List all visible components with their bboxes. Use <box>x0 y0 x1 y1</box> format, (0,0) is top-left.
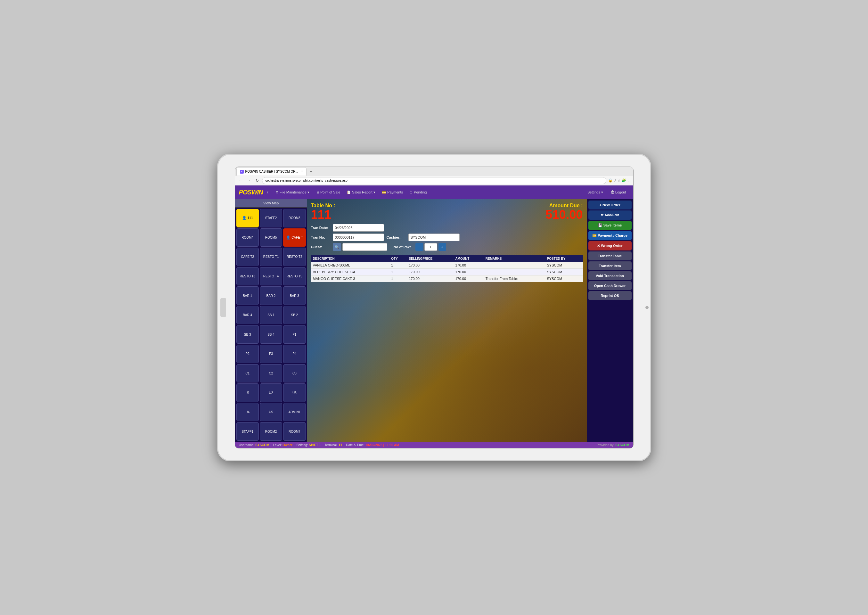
table-button[interactable]: SB 3 <box>236 325 259 344</box>
table-row[interactable]: VANILLA OREO-300ML1170.00170.00SYSCOM <box>311 262 583 269</box>
table-button[interactable]: ROOM5 <box>260 228 282 247</box>
table-row[interactable]: BLUEBERRY CHEESE CA1170.00170.00SYSCOM <box>311 269 583 275</box>
nav-payments[interactable]: 💳 Payments <box>379 189 406 196</box>
open-cash-drawer-button[interactable]: Open Cash Drawer <box>589 281 632 290</box>
browser-tab-active[interactable]: P POSWIN CASHIER | SYSCOM OR... × <box>236 167 306 176</box>
table-button[interactable]: C1 <box>236 364 259 383</box>
table-button[interactable]: ROOM7 <box>283 422 306 441</box>
table-button[interactable]: BAR 1 <box>236 286 259 305</box>
bookmark-icon[interactable]: ☆ <box>618 178 621 183</box>
shifting-label: Shifting: SHIFT 1 <box>296 443 321 447</box>
table-button[interactable]: U3 <box>283 383 306 402</box>
tran-date-input[interactable] <box>333 224 384 232</box>
pax-plus-button[interactable]: + <box>439 243 446 251</box>
column-header: SELLINGPRICE <box>407 255 453 262</box>
pax-value: 1 <box>425 243 437 251</box>
app-content: POSWIN ‹ ⚙ File Maintenance ▾ 🖥 Point of… <box>235 186 633 448</box>
terminal-label: Terminal: T1 <box>325 443 342 447</box>
table-button[interactable]: P2 <box>236 345 259 363</box>
nav-file-maintenance[interactable]: ⚙ File Maintenance ▾ <box>272 189 312 196</box>
order-table: DESCRIPTIONQTYSELLINGPRICEAMOUNTREMARKSP… <box>311 255 583 282</box>
table-button[interactable]: ROOM2 <box>260 422 282 441</box>
table-button[interactable]: BAR 2 <box>260 286 282 305</box>
menu-icon[interactable]: ⋮ <box>627 178 631 183</box>
guest-search-button[interactable]: 🔍 <box>333 243 341 251</box>
guest-row: Guest: 🔍 No of Pax: − 1 + <box>311 243 583 251</box>
address-bar[interactable] <box>262 177 606 184</box>
add-edit-button[interactable]: ✏ Add/Edit <box>589 211 632 220</box>
transfer-table-button[interactable]: Transfer Table <box>589 251 632 261</box>
extension-icon[interactable]: 🧩 <box>622 178 626 183</box>
cashier-input[interactable] <box>408 234 460 241</box>
table-button[interactable]: U4 <box>236 403 259 421</box>
left-sidebar: View Map 👤111STAFF2ROOM3ROOM4ROOM5👤CAFE … <box>235 199 307 442</box>
table-button[interactable]: ADMIN1 <box>283 403 306 421</box>
nav-sales-report[interactable]: 📋 Sales Report ▾ <box>343 189 379 196</box>
forward-button[interactable]: → <box>246 178 252 184</box>
table-button[interactable]: RESTO T1 <box>260 248 282 266</box>
tablet-home-button[interactable] <box>645 306 649 309</box>
tab-title: POSWIN CASHIER | SYSCOM OR... <box>245 170 298 173</box>
new-tab-button[interactable]: + <box>308 169 314 174</box>
table-button[interactable]: SB 4 <box>260 325 282 344</box>
table-button[interactable]: U2 <box>260 383 282 402</box>
table-button[interactable]: RESTO T4 <box>260 267 282 286</box>
payment-charge-button[interactable]: 💳 Payment / Charge <box>589 231 632 240</box>
reprint-os-button[interactable]: Reprint OS <box>589 291 632 300</box>
table-button[interactable]: RESTO T5 <box>283 267 306 286</box>
table-grid: 👤111STAFF2ROOM3ROOM4ROOM5👤CAFE TCAFE T2R… <box>235 208 307 442</box>
top-nav: POSWIN ‹ ⚙ File Maintenance ▾ 🖥 Point of… <box>235 186 633 199</box>
table-button[interactable]: CAFE T2 <box>236 248 259 266</box>
nav-settings[interactable]: Settings ▾ <box>584 189 606 196</box>
table-button[interactable]: U1 <box>236 383 259 402</box>
table-button[interactable]: SB 2 <box>283 306 306 325</box>
table-button[interactable]: SB 1 <box>260 306 282 325</box>
transfer-item-button[interactable]: Transfer Item <box>589 261 632 270</box>
tran-no-input[interactable] <box>333 234 384 241</box>
table-button[interactable]: ROOM3 <box>283 209 306 228</box>
pax-minus-button[interactable]: − <box>415 243 423 251</box>
poswin-logo: POSWIN <box>239 189 263 196</box>
nav-point-of-sale[interactable]: 🖥 Point of Sale <box>312 189 343 195</box>
refresh-button[interactable]: ↻ <box>254 178 260 184</box>
table-button[interactable]: 👤111 <box>236 209 259 228</box>
cashier-label: Cashier: <box>387 236 406 239</box>
new-order-button[interactable]: + New Order <box>589 200 632 209</box>
tran-no-row: Tran No: Cashier: <box>311 234 583 241</box>
tab-favicon: P <box>240 170 244 173</box>
table-row[interactable]: MANGO CHEESE CAKE 31170.00170.00Transfer… <box>311 275 583 282</box>
table-button[interactable]: RESTO T2 <box>283 248 306 266</box>
status-left: Username: SYSCOM Level: Owner Shifting: … <box>239 443 399 447</box>
table-button[interactable]: U5 <box>260 403 282 421</box>
table-button[interactable]: ROOM4 <box>236 228 259 247</box>
datetime-label: Date & Time : 06/02/2023 | 11:35 AM <box>346 443 399 447</box>
table-button[interactable]: BAR 4 <box>236 306 259 325</box>
table-button[interactable]: C2 <box>260 364 282 383</box>
syscom-logo: SYSCOM <box>615 443 629 447</box>
pos-panel: Table No : 111 Amount Due : 510.00 Tran … <box>307 199 587 442</box>
void-transaction-button[interactable]: Void Transaction <box>589 271 632 280</box>
table-button[interactable]: STAFF2 <box>260 209 282 228</box>
tablet-volume-button[interactable] <box>220 298 226 317</box>
table-button[interactable]: STAFF1 <box>236 422 259 441</box>
provided-by: Provided by: SYSCOM <box>597 443 629 447</box>
nav-logout[interactable]: ⏻ Logout <box>607 189 629 196</box>
username-value: SYSCOM <box>255 443 269 447</box>
wrong-order-button[interactable]: ✖ Wrong Order <box>589 241 632 250</box>
nav-pending[interactable]: ⏱ Pending <box>406 189 430 195</box>
table-button[interactable]: P4 <box>283 345 306 363</box>
column-header: POSTED BY <box>545 255 583 262</box>
table-button[interactable]: RESTO T3 <box>236 267 259 286</box>
nav-toggle[interactable]: ‹ <box>267 189 269 195</box>
share-icon[interactable]: ↗ <box>614 178 617 183</box>
table-button[interactable]: P3 <box>260 345 282 363</box>
back-button[interactable]: ← <box>238 178 244 184</box>
table-button[interactable]: P1 <box>283 325 306 344</box>
guest-input[interactable] <box>342 243 387 251</box>
save-items-button[interactable]: 💾 Save Items <box>589 221 632 230</box>
tab-close-button[interactable]: × <box>301 170 303 173</box>
table-button[interactable]: 👤CAFE T <box>283 228 306 247</box>
table-button[interactable]: C3 <box>283 364 306 383</box>
view-map-button[interactable]: View Map <box>235 199 307 208</box>
table-button[interactable]: BAR 3 <box>283 286 306 305</box>
